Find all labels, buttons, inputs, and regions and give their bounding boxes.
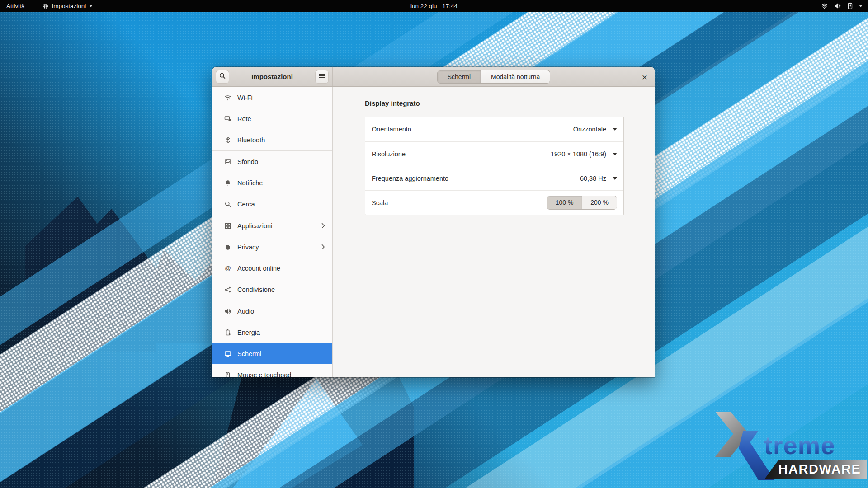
dropdown-arrow-icon xyxy=(613,177,617,180)
sidebar-item-label: Schermi xyxy=(237,350,261,357)
refresh-rate-dropdown[interactable]: 60,38 Hz xyxy=(580,175,617,182)
battery-gear-icon xyxy=(224,329,231,336)
sidebar-item-energia[interactable]: Energia xyxy=(212,322,332,343)
clock-date: lun 22 giu xyxy=(410,3,437,9)
clock-time: 17:44 xyxy=(442,3,458,9)
orientation-dropdown[interactable]: Orizzontale xyxy=(573,126,617,133)
sidebar-item-label: Privacy xyxy=(237,244,259,251)
sidebar-item-rete[interactable]: Rete xyxy=(212,108,332,129)
view-switcher: Schermi Modalità notturna xyxy=(437,70,551,84)
window-title: Impostazioni xyxy=(229,73,315,80)
sidebar-item-wifi[interactable]: Wi-Fi xyxy=(212,87,332,108)
chevron-right-icon xyxy=(321,223,325,229)
share-icon xyxy=(224,286,231,293)
sidebar-item-label: Applicazioni xyxy=(237,222,272,230)
system-status-area[interactable] xyxy=(821,0,864,12)
hand-icon xyxy=(224,244,231,251)
sidebar-item-label: Rete xyxy=(237,115,251,122)
sidebar-item-label: Bluetooth xyxy=(237,136,265,144)
clock[interactable]: lun 22 giu 17:44 xyxy=(0,3,868,9)
sidebar-item-cerca[interactable]: Cerca xyxy=(212,193,332,215)
hamburger-menu-icon xyxy=(319,73,325,81)
sidebar-item-label: Energia xyxy=(237,329,260,336)
chevron-down-icon xyxy=(859,5,863,7)
svg-text:@: @ xyxy=(225,265,231,272)
sidebar-item-label: Notifiche xyxy=(237,179,263,187)
gnome-top-bar: Attività Impostazioni lun 22 giu 17:44 xyxy=(0,0,868,12)
volume-icon xyxy=(834,3,841,9)
sidebar-item-label: Mouse e touchpad xyxy=(237,371,291,378)
mouse-icon xyxy=(224,371,231,378)
headerbar-content-section: Schermi Modalità notturna × xyxy=(333,67,655,86)
wifi-icon xyxy=(821,3,828,9)
dropdown-value: Orizzontale xyxy=(573,126,606,133)
scale-row: Scala 100 % 200 % xyxy=(365,190,623,215)
sidebar-item-label: Account online xyxy=(237,265,280,272)
close-button[interactable]: × xyxy=(642,72,647,81)
sidebar-item-label: Wi-Fi xyxy=(237,94,253,101)
speaker-icon xyxy=(224,308,231,315)
resolution-row: Risoluzione 868 × 488 (16:9) xyxy=(365,141,623,166)
sidebar-item-account-online[interactable]: @ Account online xyxy=(212,258,332,279)
tab-schermi[interactable]: Schermi xyxy=(438,70,481,83)
display-settings-card: Orientamento Orizzontale Risoluzione 192… xyxy=(365,117,624,215)
sidebar-item-sfondo[interactable]: Sfondo xyxy=(212,151,332,172)
bell-icon xyxy=(224,179,231,187)
sidebar-item-label: Condivisione xyxy=(237,286,275,293)
headerbar-sidebar-section: Impostazioni xyxy=(212,67,333,86)
sidebar-item-label: Sfondo xyxy=(237,158,258,165)
app-grid-icon xyxy=(224,222,231,230)
dropdown-arrow-icon xyxy=(613,153,617,155)
scale-100-button[interactable]: 100 % xyxy=(547,196,582,209)
displays-panel: Display integrato Orientamento Orizzonta… xyxy=(333,87,655,377)
search-icon xyxy=(224,201,231,208)
scale-segmented-control: 100 % 200 % xyxy=(547,196,617,210)
row-label: Risoluzione xyxy=(372,150,406,158)
refresh-rate-row: Frequenza aggiornamento 60,38 Hz xyxy=(365,166,623,190)
row-label: Orientamento xyxy=(372,126,411,133)
background-icon xyxy=(224,158,231,165)
sidebar-item-label: Cerca xyxy=(237,201,255,208)
sidebar-item-bluetooth[interactable]: Bluetooth xyxy=(212,129,332,150)
settings-window: Impostazioni Schermi Modalità notturna × xyxy=(212,67,655,377)
sidebar-item-schermi[interactable]: Schermi xyxy=(212,343,332,364)
headerbar[interactable]: Impostazioni Schermi Modalità notturna × xyxy=(212,67,655,87)
dropdown-value: 60,38 Hz xyxy=(580,175,606,182)
wifi-icon xyxy=(224,94,231,101)
chevron-right-icon xyxy=(321,244,325,250)
primary-menu-button[interactable] xyxy=(315,70,329,84)
orientation-row: Orientamento Orizzontale xyxy=(365,117,623,141)
sidebar-item-audio[interactable]: Audio xyxy=(212,300,332,322)
battery-icon xyxy=(847,2,853,9)
sidebar-item-applicazioni[interactable]: Applicazioni xyxy=(212,215,332,236)
row-label: Frequenza aggiornamento xyxy=(372,175,448,182)
sidebar-item-privacy[interactable]: Privacy xyxy=(212,236,332,258)
resolution-dropdown[interactable]: 868 × 488 (16:9) xyxy=(551,150,617,158)
sidebar-item-mouse-touchpad[interactable]: Mouse e touchpad xyxy=(212,364,332,377)
dropdown-value: 868 × 488 (16:9) xyxy=(551,150,606,158)
search-icon xyxy=(219,72,226,81)
logo-treme-text: treme xyxy=(764,431,835,460)
bluetooth-icon xyxy=(224,136,231,144)
row-label: Scala xyxy=(372,199,388,206)
settings-sidebar: Wi-Fi Rete Bluetooth Sfondo Notifiche xyxy=(212,87,333,377)
logo-hardware-text: HARDWARE xyxy=(778,462,861,477)
sidebar-item-condivisione[interactable]: Condivisione xyxy=(212,279,332,300)
dropdown-arrow-icon xyxy=(613,128,617,131)
at-sign-icon: @ xyxy=(224,265,231,272)
tab-modalita-notturna[interactable]: Modalità notturna xyxy=(481,70,550,83)
xtreme-hardware-logo: treme HARDWARE xyxy=(706,404,868,488)
section-title: Display integrato xyxy=(365,99,420,107)
logo-hardware-bar: HARDWARE xyxy=(765,460,867,479)
display-icon xyxy=(224,350,231,357)
search-button[interactable] xyxy=(216,70,229,84)
sidebar-item-label: Audio xyxy=(237,308,254,315)
sidebar-item-notifiche[interactable]: Notifiche xyxy=(212,172,332,193)
scale-200-button[interactable]: 200 % xyxy=(582,196,617,209)
network-icon xyxy=(224,115,231,122)
